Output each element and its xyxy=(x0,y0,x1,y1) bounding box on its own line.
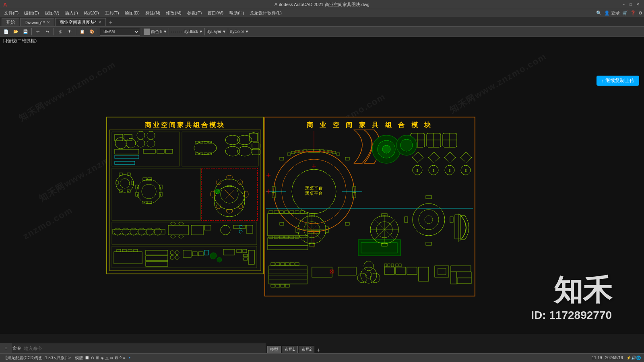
plot-button[interactable]: 🖨 xyxy=(56,27,64,36)
color-dropdown[interactable]: ▼ xyxy=(163,29,167,34)
maximize-button[interactable]: □ xyxy=(628,2,634,7)
menu-edit[interactable]: 编辑(E) xyxy=(22,10,41,16)
minimize-button[interactable]: － xyxy=(621,2,626,7)
match-properties-button[interactable]: 🎨 xyxy=(87,27,96,36)
separator-6 xyxy=(169,28,169,35)
status-lw[interactable]: ≡ xyxy=(123,356,126,360)
svg-point-170 xyxy=(382,145,390,153)
properties-button[interactable]: 📋 xyxy=(78,27,87,36)
preview-button[interactable]: 👁 xyxy=(65,27,74,36)
svg-text:$: $ xyxy=(416,169,418,173)
svg-text:$: $ xyxy=(464,169,466,173)
svg-point-64 xyxy=(215,189,220,194)
upload-button[interactable]: ↑ 继续复制上传 xyxy=(597,76,639,86)
svg-text:商 业 空 间 家 具 组 合 模 块: 商 业 空 间 家 具 组 合 模 块 xyxy=(307,121,433,128)
linetype-selector[interactable]: ByBlock ▼ xyxy=(171,29,203,34)
menu-view[interactable]: 视图(V) xyxy=(42,10,62,16)
save-button[interactable]: 💾 xyxy=(21,27,30,36)
tab-layout2[interactable]: 布局2 xyxy=(299,346,315,353)
tab-furniture-close[interactable]: ✕ xyxy=(98,20,101,25)
status-grid[interactable]: 🔲 xyxy=(85,356,89,360)
plotstyle-selector[interactable]: ByColor ▼ xyxy=(230,29,249,34)
help-icon[interactable]: ❓ xyxy=(630,10,636,16)
separator-2 xyxy=(54,28,54,35)
color-selector[interactable]: 颜色 8 ▼ xyxy=(144,29,167,35)
separator-7 xyxy=(204,28,205,35)
svg-point-172 xyxy=(400,139,413,151)
menu-modify[interactable]: 修改(M) xyxy=(163,10,184,16)
svg-text:商业空间家具组合模块: 商业空间家具组合模块 xyxy=(145,121,225,128)
menu-tools[interactable]: 工具(T) xyxy=(102,10,122,16)
menu-longlong[interactable]: 龙龙设计软件(L) xyxy=(247,10,284,16)
left-panel-toggle[interactable]: ≡ xyxy=(0,343,12,353)
status-ucs[interactable]: ⊠ xyxy=(115,356,118,360)
account-icon[interactable]: 👤 登录 xyxy=(604,10,620,16)
svg-text:黑桌平台: 黑桌平台 xyxy=(305,185,323,190)
separator-5 xyxy=(142,28,142,35)
close-button[interactable]: ✕ xyxy=(635,2,641,7)
cart-icon[interactable]: 🛒 xyxy=(622,10,628,16)
tray-time: 11:19 xyxy=(592,356,602,360)
app-icon: A xyxy=(3,2,7,8)
tab-add-layout[interactable]: + xyxy=(317,347,320,353)
status-ortho[interactable]: ⊞ xyxy=(96,356,99,360)
status-coords: 【海龙配置(CCD)海图: 1:50 <归原并> xyxy=(3,355,71,361)
tab-start[interactable]: 开始 xyxy=(2,18,19,26)
upload-icon: ↑ xyxy=(601,78,604,84)
tray-icons: ⚡🔊🌐 xyxy=(626,356,641,360)
command-line-area: ✕ ▶ 命令: xyxy=(0,343,266,353)
svg-text:黑桌平台: 黑桌平台 xyxy=(305,191,323,195)
separator-3 xyxy=(76,28,76,35)
viewport-label: [-]俯视(二维线框) xyxy=(3,38,37,44)
svg-point-106 xyxy=(217,257,222,262)
status-qp[interactable]: 🔹 xyxy=(127,356,132,360)
menu-file[interactable]: 文件(F) xyxy=(2,10,21,16)
new-file-button[interactable]: 📄 xyxy=(2,27,10,36)
status-bar: 【海龙配置(CCD)海图: 1:50 <归原并> 模型 🔲 ⊙ ⊞ ◈ △ ∞ … xyxy=(0,353,644,362)
svg-text:$: $ xyxy=(448,169,450,173)
bylayer-label: ByLayer xyxy=(206,29,221,34)
layer-selector[interactable]: BEAM xyxy=(100,28,140,36)
model-tabs: 模型 布局1 布局2 + xyxy=(266,343,320,353)
window-title: Autodesk AutoCAD 2021 商业空间家具图块.dwg xyxy=(275,2,369,8)
status-otrack[interactable]: ∞ xyxy=(110,356,113,360)
menu-window[interactable]: 窗口(W) xyxy=(205,10,226,16)
color-swatch xyxy=(144,29,150,35)
search-icon[interactable]: 🔍 xyxy=(596,10,602,16)
settings-icon[interactable]: ⚙ xyxy=(638,10,642,16)
tab-drawing1-close[interactable]: ✕ xyxy=(47,20,50,25)
svg-rect-202 xyxy=(358,240,400,256)
tab-furniture[interactable]: 商业空间家具图块* ✕ xyxy=(55,18,106,26)
tray-date: 2024/9/19 xyxy=(605,356,623,360)
panel-icon: ≡ xyxy=(4,345,7,351)
menu-draw[interactable]: 绘图(D) xyxy=(122,10,142,16)
menu-format[interactable]: 格式(O) xyxy=(81,10,101,16)
tab-add-button[interactable]: + xyxy=(107,18,115,26)
window-controls[interactable]: － □ ✕ xyxy=(621,2,641,7)
command-input[interactable] xyxy=(24,346,105,351)
status-polar[interactable]: ◈ xyxy=(101,356,104,360)
status-model-indicator[interactable]: 模型 xyxy=(75,355,83,361)
svg-point-105 xyxy=(210,253,217,259)
status-snap[interactable]: ⊙ xyxy=(91,356,94,360)
lineweight-selector[interactable]: ByLayer ▼ xyxy=(206,29,226,34)
undo-button[interactable]: ↩ xyxy=(33,27,42,36)
redo-button[interactable]: ↪ xyxy=(43,27,52,36)
command-prompt: 命令: xyxy=(12,345,23,351)
separator-4 xyxy=(98,28,98,35)
tab-drawing1[interactable]: Drawing1* ✕ xyxy=(20,18,54,26)
main-drawing-area: [-]俯视(二维线框) ↑ 继续复制上传 知禾网www.znzmo.com 知禾… xyxy=(0,37,644,334)
byblock-label: ByBlock xyxy=(184,29,198,34)
open-button[interactable]: 📂 xyxy=(11,27,20,36)
toolbar-main: 📄 📂 💾 ↩ ↪ 🖨 👁 📋 🎨 BEAM 颜色 8 ▼ ByBlock ▼ … xyxy=(0,27,644,37)
status-dyn[interactable]: ◊ xyxy=(120,356,122,360)
tab-bar: 开始 Drawing1* ✕ 商业空间家具图块* ✕ + xyxy=(0,17,644,27)
menu-params[interactable]: 参数(P) xyxy=(185,10,204,16)
menu-help[interactable]: 帮助(H) xyxy=(227,10,246,16)
tab-layout1[interactable]: 布局1 xyxy=(282,346,298,353)
title-bar: A Autodesk AutoCAD 2021 商业空间家具图块.dwg － □… xyxy=(0,0,644,9)
menu-insert[interactable]: 插入(I) xyxy=(62,10,80,16)
menu-dimension[interactable]: 标注(N) xyxy=(143,10,163,16)
tab-model[interactable]: 模型 xyxy=(267,346,281,353)
status-osnap[interactable]: △ xyxy=(105,356,109,360)
